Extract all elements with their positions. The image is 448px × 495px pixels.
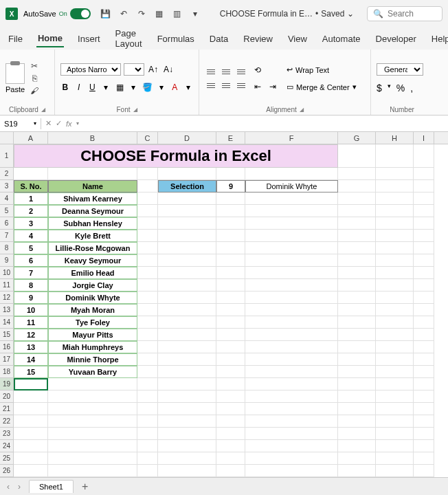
fill-dropdown-icon[interactable]: ▾ (157, 81, 166, 94)
table-name[interactable]: Deanna Seymour (48, 205, 137, 217)
cell[interactable] (376, 415, 414, 428)
cell[interactable] (137, 254, 158, 267)
cell[interactable] (338, 279, 376, 292)
cell[interactable] (376, 440, 414, 452)
cell[interactable] (216, 440, 245, 452)
table-name[interactable]: Yuvaan Barry (48, 366, 137, 378)
worksheet-grid[interactable]: A B C D E F G H I 1CHOOSE Formula in Exc… (0, 132, 448, 477)
table-sno[interactable]: 15 (14, 366, 48, 378)
row-header[interactable]: 16 (0, 341, 14, 353)
cell[interactable] (137, 428, 158, 440)
table-sno[interactable]: 10 (14, 304, 48, 316)
cell[interactable] (338, 428, 376, 440)
fill-color-icon[interactable]: 🪣 (142, 81, 153, 94)
font-name-select[interactable]: Aptos Narrow (60, 63, 121, 76)
tab-insert[interactable]: Insert (76, 31, 102, 47)
cell[interactable] (338, 440, 376, 452)
cell[interactable] (216, 168, 245, 180)
cell[interactable] (414, 390, 434, 403)
row-header[interactable]: 15 (0, 329, 14, 341)
cell[interactable] (158, 205, 216, 217)
cell[interactable] (414, 440, 434, 452)
cell[interactable] (414, 452, 434, 465)
increase-font-icon[interactable]: A↑ (147, 63, 159, 76)
tab-home[interactable]: Home (36, 30, 64, 47)
cell[interactable] (376, 192, 414, 205)
cell[interactable] (414, 465, 434, 477)
cell[interactable] (158, 267, 216, 279)
cell[interactable] (158, 378, 216, 390)
cell[interactable] (137, 415, 158, 428)
cell[interactable] (376, 465, 414, 477)
table-sno[interactable]: 11 (14, 316, 48, 329)
dialog-launcher-icon[interactable]: ◢ (300, 107, 304, 113)
excel-app-icon[interactable]: X (5, 8, 18, 20)
currency-dropdown-icon[interactable]: ▾ (388, 82, 391, 94)
enter-formula-icon[interactable]: ✓ (56, 119, 62, 128)
cell[interactable] (376, 341, 414, 353)
qat-icon-3[interactable]: ▾ (190, 8, 201, 19)
col-header[interactable]: H (376, 132, 414, 144)
row-header[interactable]: 23 (0, 428, 14, 440)
cell[interactable] (216, 403, 245, 415)
cell[interactable] (48, 452, 137, 465)
cell[interactable] (338, 230, 376, 242)
cell[interactable] (137, 180, 158, 192)
cell[interactable] (158, 168, 216, 180)
cell[interactable] (414, 329, 434, 341)
cell[interactable] (338, 192, 376, 205)
cell[interactable] (414, 316, 434, 329)
cell[interactable] (14, 452, 48, 465)
select-all-corner[interactable] (0, 132, 14, 144)
cell[interactable] (338, 254, 376, 267)
orientation-icon[interactable]: ⟲ (251, 64, 264, 76)
row-header[interactable]: 2 (0, 168, 14, 180)
table-sno[interactable]: 5 (14, 242, 48, 254)
tab-view[interactable]: View (287, 31, 309, 47)
cell[interactable] (245, 230, 338, 242)
cell[interactable] (48, 415, 137, 428)
cell[interactable] (245, 217, 338, 230)
table-sno[interactable]: 12 (14, 329, 48, 341)
cell[interactable] (414, 205, 434, 217)
fx-icon[interactable]: fx (66, 120, 72, 128)
table-name[interactable]: Keavy Seymour (48, 254, 137, 267)
cell[interactable] (414, 144, 434, 168)
align-bottom-icon[interactable] (235, 67, 247, 76)
cut-icon[interactable]: ✂ (29, 61, 40, 71)
cell[interactable] (158, 440, 216, 452)
comma-icon[interactable]: , (410, 82, 413, 94)
cell[interactable] (414, 168, 434, 180)
cell[interactable] (245, 242, 338, 254)
underline-dropdown-icon[interactable]: ▾ (101, 81, 111, 94)
row-header[interactable]: 20 (0, 390, 14, 403)
sheet-tab[interactable]: Sheet1 (29, 480, 74, 493)
table-sno[interactable]: 3 (14, 217, 48, 230)
cell[interactable] (245, 205, 338, 217)
cell[interactable] (216, 329, 245, 341)
tab-help[interactable]: Help (430, 31, 448, 47)
redo-icon[interactable]: ↷ (136, 8, 147, 19)
row-header[interactable]: 7 (0, 230, 14, 242)
table-name[interactable]: Minnie Thorpe (48, 353, 137, 366)
cell[interactable] (338, 217, 376, 230)
cell[interactable] (216, 465, 245, 477)
cell[interactable] (137, 366, 158, 378)
cell[interactable] (376, 316, 414, 329)
percent-icon[interactable]: % (396, 82, 405, 94)
cell[interactable] (137, 292, 158, 304)
cell[interactable] (14, 168, 48, 180)
cell[interactable] (376, 304, 414, 316)
cell[interactable] (338, 353, 376, 366)
col-header[interactable]: B (48, 132, 137, 144)
cell[interactable] (137, 403, 158, 415)
table-sno[interactable]: 9 (14, 292, 48, 304)
cell[interactable] (137, 378, 158, 390)
cell[interactable] (338, 366, 376, 378)
col-header[interactable]: I (414, 132, 434, 144)
name-box[interactable]: S19 ▾ (0, 118, 41, 129)
cell[interactable] (338, 205, 376, 217)
cell[interactable] (216, 316, 245, 329)
cell[interactable] (414, 304, 434, 316)
row-header[interactable]: 19 (0, 378, 14, 390)
